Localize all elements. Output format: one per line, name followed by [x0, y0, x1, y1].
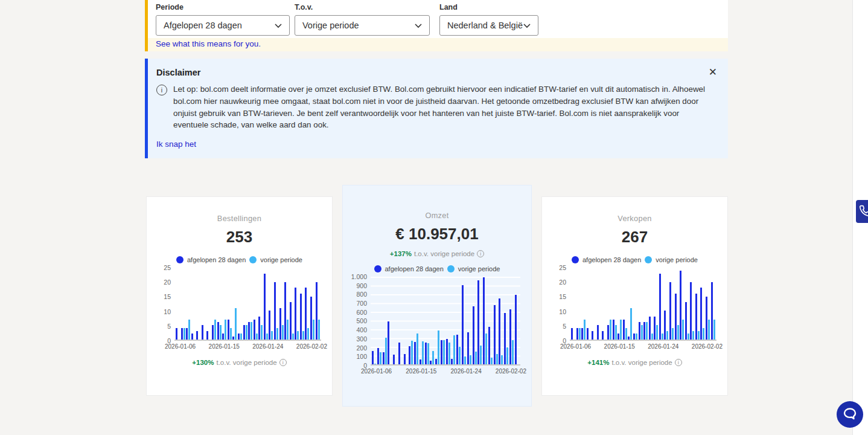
disclaimer-box: ✕ Disclaimer i Let op: bol.com deelt inf… [145, 59, 728, 158]
legend-label-previous: vorige periode [458, 265, 500, 272]
periode-select-value: Afgelopen 28 dagen [164, 21, 242, 30]
x-axis: 2026-01-062026-01-152026-01-242026-02-02 [361, 368, 526, 375]
legend-label-current: afgelopen 28 dagen [385, 265, 444, 272]
disclaimer-confirm-link[interactable]: Ik snap het [156, 140, 196, 149]
chat-bubble-icon [842, 406, 858, 424]
chart-legend: afgelopen 28 dagen vorige periode [147, 256, 332, 263]
x-axis: 2026-01-062026-01-152026-01-242026-02-02 [560, 343, 723, 350]
tov-select-value: Vorige periode [302, 21, 359, 30]
legend-label-previous: vorige periode [260, 256, 302, 263]
tov-label: T.o.v. [295, 3, 430, 11]
plot-area [371, 277, 520, 366]
legend-dot-current-icon [374, 265, 381, 272]
filter-group-tov: T.o.v. Vorige periode [295, 3, 430, 38]
delta-suffix: t.o.v. vorige periode [216, 359, 276, 366]
delta-value: +137% [390, 250, 412, 257]
bar-chart-verkopen: 2520151050 2026-01-062026-01-152026-01-2… [542, 268, 727, 350]
filter-bar: Periode Afgelopen 28 dagen T.o.v. Vorige… [148, 0, 728, 38]
legend-dot-current-icon [572, 256, 579, 263]
delta-row: +141% t.o.v. vorige periode i [542, 359, 727, 366]
chart-legend: afgelopen 28 dagen vorige periode [542, 256, 727, 263]
metric-card-omzet[interactable]: Omzet € 10.957,01 +137% t.o.v. vorige pe… [342, 185, 532, 407]
bar-chart-bestellingen: 2520151050 2026-01-062026-01-152026-01-2… [147, 268, 332, 350]
card-value: 253 [147, 228, 332, 246]
phone-icon [859, 205, 868, 219]
land-label: Land [439, 3, 538, 11]
legend-dot-previous-icon [249, 256, 257, 263]
metric-card-verkopen[interactable]: Verkopen 267 afgelopen 28 dagen vorige p… [541, 196, 728, 396]
metric-card-bestellingen[interactable]: Bestellingen 253 afgelopen 28 dagen vori… [146, 196, 333, 396]
disclaimer-body: Let op: bol.com deelt informatie over je… [173, 83, 707, 131]
delta-value: +130% [192, 359, 214, 366]
tov-select[interactable]: Vorige periode [295, 15, 430, 36]
y-axis: 2520151050 [550, 264, 570, 344]
card-title: Verkopen [542, 214, 727, 223]
chevron-down-icon [523, 21, 531, 30]
info-icon[interactable]: i [279, 359, 287, 366]
periode-select[interactable]: Afgelopen 28 dagen [156, 15, 290, 36]
plot-area [174, 268, 321, 341]
chart-legend: afgelopen 28 dagen vorige periode [343, 265, 531, 272]
chevron-down-icon [275, 21, 282, 30]
card-value: € 10.957,01 [343, 225, 531, 243]
land-select-value: Nederland & België [447, 21, 523, 30]
yellow-notice-strip: See what this means for you. [148, 38, 728, 51]
filter-group-periode: Periode Afgelopen 28 dagen [156, 3, 290, 38]
delta-value: +141% [587, 359, 609, 366]
y-axis: 2520151050 [155, 264, 174, 344]
disclaimer-title: Disclaimer [156, 68, 717, 77]
filter-group-land: Land Nederland & België [439, 3, 538, 38]
delta-suffix: t.o.v. vorige periode [611, 359, 672, 366]
card-title: Bestellingen [147, 214, 332, 223]
legend-dot-previous-icon [645, 256, 652, 263]
delta-row: +137% t.o.v. vorige periode i [343, 250, 531, 257]
info-icon[interactable]: i [675, 359, 682, 366]
close-icon[interactable]: ✕ [709, 67, 717, 77]
legend-label-current: afgelopen 28 dagen [187, 256, 246, 263]
legend-dot-current-icon [176, 256, 183, 263]
y-axis: 1.0009008007006005004003002001000 [351, 273, 371, 369]
legend-label-current: afgelopen 28 dagen [582, 256, 641, 263]
legend-dot-previous-icon [447, 265, 455, 272]
phone-contact-button[interactable] [856, 200, 868, 223]
chat-button[interactable] [837, 401, 863, 428]
card-title: Omzet [343, 211, 531, 220]
top-notice-panel: Periode Afgelopen 28 dagen T.o.v. Vorige… [145, 0, 728, 51]
notice-link[interactable]: See what this means for you. [156, 39, 261, 48]
land-select[interactable]: Nederland & België [439, 15, 538, 36]
card-value: 267 [542, 228, 727, 246]
info-icon[interactable]: i [477, 250, 484, 257]
periode-label: Periode [156, 3, 290, 11]
delta-row: +130% t.o.v. vorige periode i [147, 359, 332, 366]
delta-suffix: t.o.v. vorige periode [414, 250, 474, 257]
info-icon: i [156, 85, 167, 95]
legend-label-previous: vorige periode [656, 256, 698, 263]
bar-chart-omzet: 1.0009008007006005004003002001000 2026-0… [343, 277, 531, 375]
chevron-down-icon [415, 21, 422, 30]
x-axis: 2026-01-062026-01-152026-01-242026-02-02 [165, 343, 327, 350]
plot-area [570, 268, 716, 341]
